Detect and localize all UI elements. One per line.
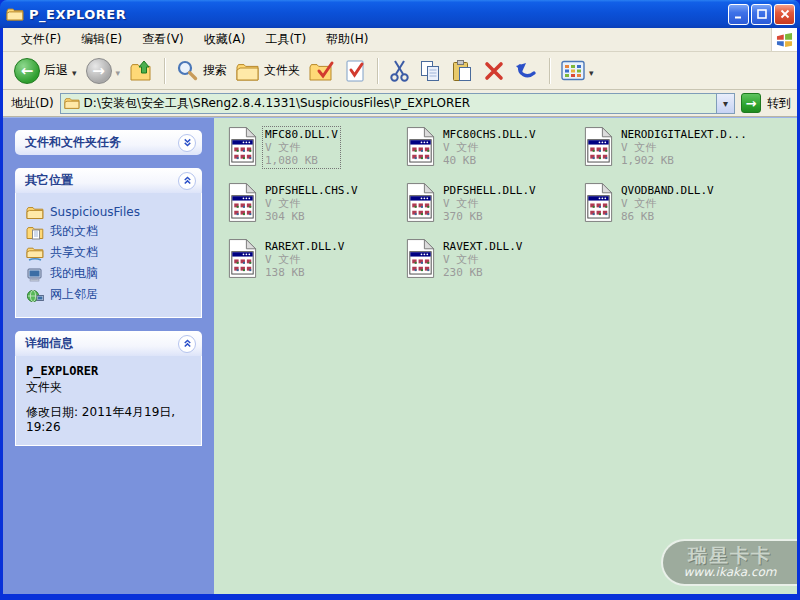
panel-other-places-header[interactable]: 其它位置 bbox=[15, 168, 202, 193]
my-computer-icon bbox=[26, 267, 44, 281]
file-item[interactable]: QVODBAND.DLL.V V 文件 86 KB bbox=[582, 182, 760, 238]
folders-label: 文件夹 bbox=[264, 62, 300, 79]
v-file-icon bbox=[582, 126, 615, 167]
menu-item-5[interactable]: 帮助(H) bbox=[316, 28, 378, 51]
file-item[interactable]: PDFSHELL.CHS.V V 文件 304 KB bbox=[226, 182, 404, 238]
go-label: 转到 bbox=[767, 95, 791, 112]
views-dropdown-icon[interactable] bbox=[589, 61, 594, 80]
delete-icon bbox=[483, 60, 505, 82]
back-dropdown-icon[interactable] bbox=[72, 61, 77, 80]
up-button[interactable] bbox=[126, 57, 156, 85]
network-places-icon bbox=[26, 288, 44, 302]
back-button[interactable]: ← 后退 bbox=[11, 56, 80, 86]
explorer-window: P_EXPLORER 文件(F)编辑(E)查看(V)收藏(A)工具(T)帮助(H… bbox=[0, 0, 800, 600]
close-icon bbox=[779, 8, 791, 20]
forward-dropdown-icon[interactable] bbox=[116, 61, 121, 80]
menu-item-3[interactable]: 收藏(A) bbox=[194, 28, 256, 51]
v-file-icon bbox=[226, 182, 259, 223]
sidebar-item-label: 共享文档 bbox=[50, 244, 98, 261]
cut-button[interactable] bbox=[386, 57, 413, 85]
sidebar-item-2[interactable]: 共享文档 bbox=[26, 244, 195, 261]
panel-details-header[interactable]: 详细信息 bbox=[15, 331, 202, 356]
panel-title: 详细信息 bbox=[25, 335, 178, 352]
file-list[interactable]: MFC80.DLL.V V 文件 1,080 KB MFC80CHS.DLL.V… bbox=[214, 118, 797, 594]
undo-button[interactable] bbox=[511, 57, 541, 85]
file-type: V 文件 bbox=[265, 253, 344, 266]
file-type: V 文件 bbox=[621, 197, 714, 210]
task-sidebar: 文件和文件夹任务 其它位置 SuspiciousFiles 我的文档 共 bbox=[3, 118, 214, 594]
chevron-down-icon[interactable] bbox=[178, 134, 196, 152]
file-size: 86 KB bbox=[621, 210, 714, 223]
watermark-url: www.ikaka.com bbox=[683, 565, 776, 579]
file-item[interactable]: MFC80.DLL.V V 文件 1,080 KB bbox=[226, 126, 404, 182]
file-item[interactable]: NERODIGITALEXT.D... V 文件 1,902 KB bbox=[582, 126, 760, 182]
kaka-folder-scan-button[interactable] bbox=[306, 58, 338, 84]
toolbar-separator bbox=[549, 58, 550, 84]
sidebar-item-label: SuspiciousFiles bbox=[50, 205, 140, 219]
sidebar-item-1[interactable]: 我的文档 bbox=[26, 223, 195, 240]
file-item[interactable]: PDFSHELL.DLL.V V 文件 370 KB bbox=[404, 182, 582, 238]
file-item[interactable]: MFC80CHS.DLL.V V 文件 40 KB bbox=[404, 126, 582, 182]
address-input[interactable]: D:\安装包\安全工具\SReng2.8.4.1331\SuspiciousFi… bbox=[60, 93, 735, 114]
file-type: V 文件 bbox=[621, 141, 747, 154]
folder-icon bbox=[64, 97, 80, 110]
menu-item-1[interactable]: 编辑(E) bbox=[71, 28, 132, 51]
page-check-icon bbox=[344, 59, 366, 83]
folder-check-icon bbox=[309, 60, 335, 82]
sidebar-item-4[interactable]: 网上邻居 bbox=[26, 286, 195, 303]
menu-item-0[interactable]: 文件(F) bbox=[11, 28, 71, 51]
file-name: RAREXT.DLL.V bbox=[265, 240, 344, 253]
minimize-button[interactable] bbox=[728, 4, 749, 25]
chevron-up-icon[interactable] bbox=[178, 335, 196, 353]
address-dropdown-button[interactable] bbox=[716, 94, 734, 113]
maximize-icon bbox=[756, 8, 768, 20]
sidebar-item-label: 我的文档 bbox=[50, 223, 98, 240]
folders-icon bbox=[236, 61, 260, 81]
menu-item-2[interactable]: 查看(V) bbox=[132, 28, 194, 51]
forward-button[interactable]: → bbox=[83, 56, 124, 86]
panel-title: 文件和文件夹任务 bbox=[25, 134, 178, 151]
watermark-brand: 瑞星卡卡 bbox=[688, 546, 772, 565]
my-documents-icon bbox=[26, 225, 44, 239]
sidebar-item-0[interactable]: SuspiciousFiles bbox=[26, 205, 195, 219]
search-button[interactable]: 搜索 bbox=[173, 57, 230, 84]
details-modified-line2: 19:26 bbox=[26, 420, 61, 434]
file-name: QVODBAND.DLL.V bbox=[621, 184, 714, 197]
menu-item-4[interactable]: 工具(T) bbox=[255, 28, 316, 51]
delete-button[interactable] bbox=[480, 58, 508, 84]
go-button[interactable]: → bbox=[741, 93, 761, 113]
sidebar-item-label: 网上邻居 bbox=[50, 286, 98, 303]
close-button[interactable] bbox=[774, 4, 795, 25]
copy-button[interactable] bbox=[416, 57, 445, 85]
chevron-up-icon[interactable] bbox=[178, 172, 196, 190]
file-item[interactable]: RAVEXT.DLL.V V 文件 230 KB bbox=[404, 238, 582, 294]
maximize-button[interactable] bbox=[751, 4, 772, 25]
search-icon bbox=[176, 59, 199, 82]
file-item[interactable]: RAREXT.DLL.V V 文件 138 KB bbox=[226, 238, 404, 294]
panel-file-tasks-header[interactable]: 文件和文件夹任务 bbox=[15, 130, 202, 155]
file-type: V 文件 bbox=[265, 141, 338, 154]
v-file-icon bbox=[404, 126, 437, 167]
file-size: 304 KB bbox=[265, 210, 358, 223]
sidebar-item-3[interactable]: 我的电脑 bbox=[26, 265, 195, 282]
views-button[interactable] bbox=[558, 58, 597, 83]
file-size: 230 KB bbox=[443, 266, 522, 279]
folders-button[interactable]: 文件夹 bbox=[233, 59, 303, 83]
file-name: MFC80.DLL.V bbox=[265, 128, 338, 141]
v-file-icon bbox=[226, 126, 259, 167]
file-type: V 文件 bbox=[443, 197, 536, 210]
main-area: 文件和文件夹任务 其它位置 SuspiciousFiles 我的文档 共 bbox=[3, 117, 797, 594]
rising-kaka-watermark: 瑞星卡卡 www.ikaka.com bbox=[661, 539, 797, 586]
paste-button[interactable] bbox=[448, 57, 477, 85]
file-type: V 文件 bbox=[443, 141, 536, 154]
panel-title: 其它位置 bbox=[25, 172, 178, 189]
back-icon: ← bbox=[14, 58, 40, 84]
cut-icon bbox=[389, 59, 410, 83]
menu-bar: 文件(F)编辑(E)查看(V)收藏(A)工具(T)帮助(H) bbox=[3, 28, 797, 52]
titlebar[interactable]: P_EXPLORER bbox=[0, 0, 800, 28]
other-places-list: SuspiciousFiles 我的文档 共享文档 我的电脑 网上邻居 bbox=[15, 193, 202, 318]
kaka-file-scan-button[interactable] bbox=[341, 57, 369, 85]
details-folder-type: 文件夹 bbox=[26, 379, 195, 396]
file-type: V 文件 bbox=[443, 253, 522, 266]
file-size: 1,902 KB bbox=[621, 154, 747, 167]
